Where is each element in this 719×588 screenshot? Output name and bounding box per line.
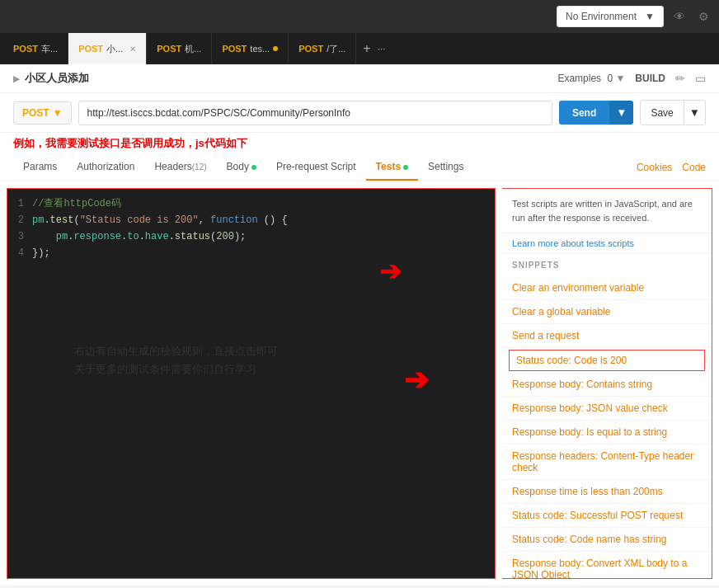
snippet-code-name[interactable]: Status code: Code name has string (502, 528, 712, 552)
edit-icon[interactable]: ✏ (675, 72, 685, 85)
learn-more-link[interactable]: Learn more about tests scripts (502, 233, 712, 254)
snippets-info: Test scripts are written in JavaScript, … (502, 189, 712, 233)
tab-prerequest[interactable]: Pre-request Script (266, 154, 366, 181)
method-label: POST (22, 107, 49, 119)
code-line-3: 3 pm.response.to.have.status(200); (7, 228, 495, 245)
code-text-2: pm.test("Status code is 200", function (… (32, 212, 288, 228)
env-selector: No Environment ▼ 👁 ⚙ (557, 6, 712, 27)
snippet-post-success[interactable]: Status code: Successful POST request (502, 504, 712, 528)
send-button[interactable]: Send (559, 101, 609, 125)
tab-headers[interactable]: Headers(12) (144, 154, 216, 181)
snippet-content-type[interactable]: Response headers: Content-Type header ch… (502, 445, 712, 480)
annotation-top: 例如，我需要测试接口是否调用成功，js代码如下 (0, 133, 719, 154)
code-line-1: 1 //查看httpCode码 (7, 195, 495, 212)
code-lines: 1 //查看httpCode码 2 pm.test("Status code i… (7, 189, 495, 268)
tab-post-1[interactable]: POST 车... (3, 33, 68, 64)
tab-label-2: 小... (106, 43, 123, 55)
panel-icon[interactable]: ▭ (695, 72, 706, 85)
tab-post-5[interactable]: POST /了... (289, 33, 356, 64)
snippet-xml-body[interactable]: Response body: Convert XML body to a JSO… (502, 552, 712, 579)
snippet-body-equal[interactable]: Response body: Is equal to a string (502, 421, 712, 445)
eye-icon[interactable]: 👁 (670, 7, 688, 26)
add-tab-button[interactable]: + (363, 41, 370, 56)
request-title-area: ▶ 小区人员添加 (13, 71, 89, 86)
env-label: No Environment (566, 11, 637, 22)
tab-method-5: POST (298, 44, 323, 54)
snippets-panel: Test scripts are written in JavaScript, … (502, 188, 712, 579)
close-icon[interactable]: ✕ (129, 45, 136, 54)
snippet-json-value[interactable]: Response body: JSON value check (502, 397, 712, 421)
tab-post-4[interactable]: POST tes... (212, 33, 289, 64)
body-dot (251, 165, 256, 170)
snippet-body-contains[interactable]: Response body: Contains string (502, 373, 712, 397)
code-editor[interactable]: 1 //查看httpCode码 2 pm.test("Status code i… (7, 188, 496, 579)
method-chevron-icon: ▼ (53, 107, 63, 119)
save-group: Save ▼ (640, 100, 706, 125)
tab-label-1: 车... (41, 43, 58, 55)
env-dropdown[interactable]: No Environment ▼ (557, 6, 664, 27)
build-button[interactable]: BUILD (635, 73, 665, 84)
tab-method-3: POST (157, 44, 181, 54)
snippet-clear-env[interactable]: Clear an environment variable (502, 276, 712, 300)
tab-method-1: POST (13, 44, 38, 54)
send-dropdown[interactable]: ▼ (609, 101, 633, 125)
snippet-clear-global[interactable]: Clear a global variable (502, 300, 712, 324)
code-text-4: }); (32, 245, 50, 261)
tab-settings[interactable]: Settings (418, 154, 473, 181)
code-link[interactable]: Code (682, 162, 706, 173)
tab-label-4: tes... (250, 44, 270, 54)
tabs-bar: POST 车... POST 小... ✕ POST 机... POST tes… (0, 33, 719, 64)
headers-badge: (12) (192, 162, 207, 172)
more-tabs-button[interactable]: ··· (378, 43, 386, 54)
tab-method-4: POST (222, 44, 247, 54)
request-title: 小区人员添加 (25, 71, 89, 86)
cookies-link[interactable]: Cookies (637, 162, 672, 173)
main-content: 1 //查看httpCode码 2 pm.test("Status code i… (0, 181, 719, 586)
method-selector[interactable]: POST ▼ (13, 101, 72, 125)
code-line-4: 4 }); (7, 245, 495, 261)
request-header: ▶ 小区人员添加 Examples 0 ▼ BUILD ✏ ▭ (0, 64, 719, 93)
tab-label-5: /了... (327, 43, 345, 55)
snippet-response-time[interactable]: Response time is less than 200ms (502, 480, 712, 504)
tab-dot-4 (273, 46, 278, 51)
examples-chevron-icon[interactable]: ▼ (615, 73, 625, 84)
tab-authorization[interactable]: Authorization (67, 154, 144, 181)
tab-post-3[interactable]: POST 机... (147, 33, 212, 64)
tab-label-3: 机... (185, 43, 201, 55)
tab-tests[interactable]: Tests (366, 154, 418, 181)
examples-label: Examples 0 ▼ (557, 73, 625, 84)
settings-icon[interactable]: ⚙ (695, 7, 712, 26)
tests-dot (403, 165, 408, 170)
tab-method-2: POST (78, 44, 103, 54)
snippet-send-request[interactable]: Send a request (502, 324, 712, 348)
tab-actions: + ··· (356, 33, 392, 64)
save-dropdown-button[interactable]: ▼ (684, 100, 706, 125)
save-button[interactable]: Save (640, 100, 684, 125)
code-comment-1: //查看httpCode码 (32, 195, 121, 212)
examples-count: 0 (607, 73, 613, 84)
send-group: Send ▼ (559, 101, 634, 125)
url-input[interactable] (78, 101, 552, 125)
tab-post-2[interactable]: POST 小... ✕ (68, 33, 147, 64)
url-bar: POST ▼ Send ▼ Save ▼ (0, 93, 719, 133)
collapse-arrow-icon[interactable]: ▶ (13, 74, 20, 83)
top-bar: No Environment ▼ 👁 ⚙ (0, 0, 719, 33)
snippet-status-200[interactable]: Status code: Code is 200 (509, 350, 705, 371)
tab-params[interactable]: Params (13, 154, 67, 181)
tab-body[interactable]: Body (217, 154, 266, 181)
snippets-header: SNIPPETS (502, 254, 712, 276)
code-line-2: 2 pm.test("Status code is 200", function… (7, 212, 495, 228)
sub-tabs-bar: Params Authorization Headers(12) Body Pr… (0, 154, 719, 181)
chevron-down-icon: ▼ (645, 11, 655, 22)
code-text-3: pm.response.to.have.status(200); (32, 228, 246, 245)
